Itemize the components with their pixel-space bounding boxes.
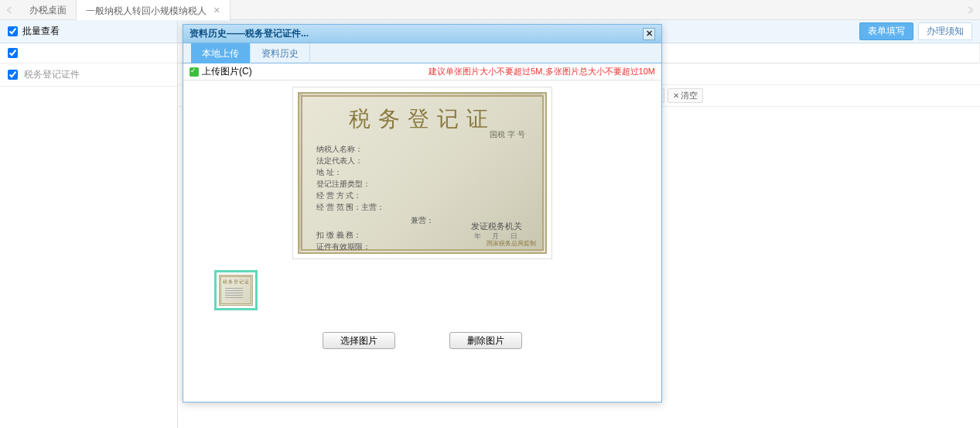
cert-field: 法定代表人： <box>316 155 528 166</box>
batch-label: 批量查看 <box>22 25 60 38</box>
cert-field: 经 营 范 围：主营： <box>316 201 528 213</box>
cert-field: 登记注册类型： <box>316 178 528 190</box>
upload-dialog: 资料历史——税务登记证件... ✕ 本地上传 资料历史 上传图片(C) 建议单张… <box>183 24 662 402</box>
cert-issuer: 发证税务机关 <box>471 221 522 232</box>
batch-checkbox[interactable] <box>8 26 18 36</box>
tab-local-upload[interactable]: 本地上传 <box>191 43 251 63</box>
upload-toolbar: 上传图片(C) 建议单张图片大小不要超过5M,多张图片总大小不要超过10M <box>183 63 661 80</box>
list-row-blank <box>0 43 177 63</box>
tab-material-history[interactable]: 资料历史 <box>251 43 310 63</box>
thumbnail-row: 税务登记证 <box>214 270 258 310</box>
chevron-left-icon <box>6 6 14 14</box>
tab-label: 办税桌面 <box>29 5 67 15</box>
size-warning: 建议单张图片大小不要超过5M,多张图片总大小不要超过10M <box>429 66 655 77</box>
cert-number: 国税 字 号 <box>490 129 525 140</box>
row-label: 税务登记证件 <box>24 68 80 81</box>
row-checkbox[interactable] <box>8 48 18 58</box>
tab-label: 一般纳税人转回小规模纳税人 <box>86 5 207 16</box>
cert-field: 地 址： <box>316 166 528 178</box>
dialog-title-bar[interactable]: 资料历史——税务登记证件... ✕ <box>183 25 661 43</box>
chevron-right-icon <box>966 6 974 14</box>
tab-label: 本地上传 <box>202 48 239 59</box>
close-icon[interactable]: × <box>213 4 220 16</box>
btn-label: 办理须知 <box>927 26 964 36</box>
cert-footer: 国家税务总局监制 <box>487 239 536 248</box>
preview-area: 税务登记证 国税 字 号 纳税人名称： 法定代表人： 地 址： 登记注册类型： … <box>183 80 661 402</box>
dialog-tabs: 本地上传 资料历史 <box>183 43 661 63</box>
nav-next-button[interactable] <box>960 6 980 14</box>
dialog-buttons: 选择图片 删除图片 <box>323 332 522 349</box>
batch-view-header: 批量查看 <box>0 20 177 43</box>
tab-taxpayer-convert[interactable]: 一般纳税人转回小规模纳税人 × <box>77 0 230 20</box>
close-button[interactable]: ✕ <box>643 28 655 40</box>
list-row-cert[interactable]: 税务登记证件 <box>0 63 177 87</box>
check-icon <box>190 67 199 77</box>
tab-label: 资料历史 <box>261 48 299 59</box>
row-checkbox[interactable] <box>8 70 18 80</box>
certificate-image: 税务登记证 国税 字 号 纳税人名称： 法定代表人： 地 址： 登记注册类型： … <box>298 92 547 254</box>
cert-field: 经 营 方 式： <box>316 190 528 201</box>
btn-label: 清空 <box>681 90 698 101</box>
clear-button[interactable]: ✕清空 <box>668 88 703 103</box>
thumbnail-image: 税务登记证 <box>219 275 253 306</box>
clear-icon: ✕ <box>673 91 679 100</box>
btn-label: 选择图片 <box>340 335 377 346</box>
btn-label: 表单填写 <box>868 26 905 36</box>
btn-label: 删除图片 <box>467 335 504 346</box>
left-panel: 批量查看 税务登记证件 <box>0 20 178 428</box>
dialog-title: 资料历史——税务登记证件... <box>190 27 309 40</box>
image-preview[interactable]: 税务登记证 国税 字 号 纳税人名称： 法定代表人： 地 址： 登记注册类型： … <box>292 87 552 259</box>
delete-image-button[interactable]: 删除图片 <box>449 332 522 349</box>
thumbnail-selected[interactable]: 税务登记证 <box>214 270 258 310</box>
upload-label[interactable]: 上传图片(C) <box>202 65 252 78</box>
cert-field: 纳税人名称： <box>316 143 528 155</box>
notice-button[interactable]: 办理须知 <box>918 22 972 40</box>
nav-prev-button[interactable] <box>0 6 20 14</box>
form-fill-button[interactable]: 表单填写 <box>859 22 913 40</box>
top-tab-bar: 办税桌面 一般纳税人转回小规模纳税人 × <box>0 0 980 20</box>
choose-image-button[interactable]: 选择图片 <box>323 332 395 349</box>
cert-fields: 纳税人名称： 法定代表人： 地 址： 登记注册类型： 经 营 方 式： 经 营 … <box>316 143 528 213</box>
tab-desktop[interactable]: 办税桌面 <box>20 0 77 20</box>
